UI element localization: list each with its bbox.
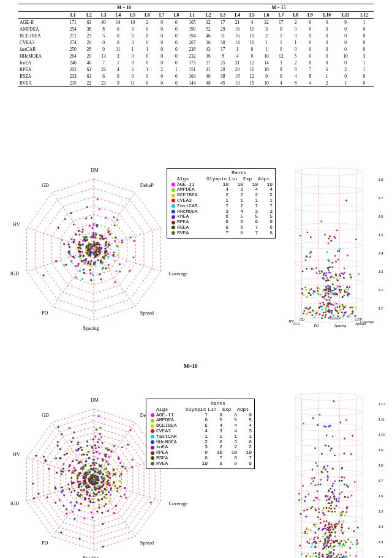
- svg-point-298: [72, 241, 74, 243]
- svg-point-1176: [94, 487, 96, 489]
- svg-point-948: [102, 523, 104, 525]
- svg-point-1319: [326, 548, 328, 550]
- svg-point-634: [305, 259, 307, 261]
- svg-point-487: [326, 251, 328, 253]
- svg-point-1291: [311, 483, 312, 484]
- svg-point-1671: [317, 483, 319, 485]
- svg-point-194: [90, 236, 92, 238]
- svg-point-1133: [102, 460, 104, 462]
- svg-point-1168: [89, 475, 91, 477]
- svg-point-498: [321, 318, 323, 319]
- svg-point-638: [324, 234, 326, 235]
- svg-point-1484: [331, 485, 333, 487]
- svg-point-1091: [43, 456, 45, 457]
- svg-point-1496: [317, 424, 318, 426]
- svg-point-1175: [100, 486, 102, 487]
- svg-point-36: [84, 262, 86, 264]
- svg-point-264: [105, 267, 107, 269]
- svg-point-1677: [314, 447, 316, 449]
- svg-point-972: [94, 470, 96, 472]
- svg-point-1711: [341, 524, 343, 526]
- svg-point-1543: [346, 506, 348, 508]
- svg-point-51: [82, 229, 84, 231]
- svg-point-426: [340, 308, 342, 310]
- svg-point-1714: [341, 529, 342, 531]
- svg-point-467: [349, 315, 350, 317]
- svg-point-1017: [66, 508, 67, 510]
- svg-point-1724: [341, 511, 343, 513]
- svg-point-1579: [313, 541, 315, 543]
- svg-point-1375: [308, 529, 310, 531]
- svg-point-1114: [86, 487, 88, 489]
- svg-point-1486: [344, 483, 345, 485]
- svg-point-1421: [325, 524, 326, 526]
- svg-point-164: [107, 246, 109, 248]
- svg-point-1137: [88, 498, 90, 500]
- svg-point-459: [326, 299, 328, 301]
- svg-point-1215: [77, 443, 79, 445]
- svg-point-1577: [323, 543, 325, 545]
- svg-point-1271: [338, 521, 340, 522]
- svg-point-252: [102, 256, 104, 258]
- svg-point-1481: [334, 498, 336, 500]
- svg-point-118: [111, 237, 113, 239]
- svg-point-1072: [80, 446, 81, 448]
- svg-point-457: [349, 286, 351, 288]
- svg-point-200: [83, 269, 85, 270]
- svg-point-1138: [77, 492, 79, 494]
- svg-point-859: [79, 481, 81, 483]
- svg-point-1495: [330, 425, 331, 427]
- svg-point-1489: [320, 484, 322, 486]
- svg-point-526: [329, 302, 331, 304]
- svg-point-455: [339, 286, 341, 288]
- svg-point-1016: [119, 462, 121, 464]
- svg-point-482: [320, 294, 322, 296]
- svg-point-175: [63, 264, 65, 266]
- svg-point-274: [87, 248, 89, 250]
- svg-point-1249: [355, 555, 357, 557]
- svg-point-169: [92, 273, 94, 275]
- svg-point-1474: [333, 549, 335, 551]
- svg-point-1279: [313, 500, 315, 502]
- svg-point-826: [118, 480, 120, 482]
- svg-point-1181: [95, 468, 97, 470]
- svg-point-551: [325, 316, 326, 318]
- data-table: M = 10 M = 15 L1L2L3L4L5L6L7L8L1L2L3L4L5…: [0, 0, 392, 87]
- svg-point-1411: [299, 545, 301, 546]
- svg-point-538: [325, 286, 327, 288]
- legend-ranks-title: Ranks: [205, 170, 273, 176]
- svg-point-501: [331, 311, 333, 313]
- svg-point-1610: [341, 476, 343, 478]
- svg-point-518: [306, 256, 307, 258]
- svg-point-1424: [306, 516, 307, 518]
- svg-point-878: [70, 491, 72, 493]
- svg-point-317: [104, 255, 105, 257]
- svg-point-1646: [341, 540, 342, 542]
- svg-point-618: [325, 292, 326, 294]
- svg-point-574: [328, 238, 330, 240]
- svg-point-478: [324, 298, 326, 300]
- svg-point-1218: [100, 436, 102, 438]
- svg-point-502: [347, 286, 349, 288]
- svg-point-560: [336, 294, 338, 296]
- svg-point-222: [92, 232, 94, 234]
- svg-point-1725: [312, 506, 314, 508]
- svg-point-381: [316, 272, 318, 274]
- svg-point-593: [324, 295, 326, 297]
- svg-point-1289: [315, 484, 317, 486]
- svg-point-601: [331, 310, 333, 311]
- svg-point-93: [114, 260, 116, 262]
- svg-point-42: [89, 225, 91, 227]
- svg-point-73: [85, 250, 87, 252]
- svg-point-1008: [92, 452, 94, 454]
- svg-point-1652: [334, 532, 336, 533]
- svg-point-943: [62, 505, 64, 506]
- svg-point-329: [102, 267, 104, 269]
- svg-point-48: [77, 265, 79, 267]
- svg-point-1665: [317, 516, 319, 518]
- svg-point-628: [349, 273, 351, 275]
- svg-point-1594: [341, 514, 342, 516]
- svg-point-807: [100, 494, 102, 496]
- svg-point-1170: [89, 472, 91, 474]
- svg-point-1212: [105, 448, 107, 449]
